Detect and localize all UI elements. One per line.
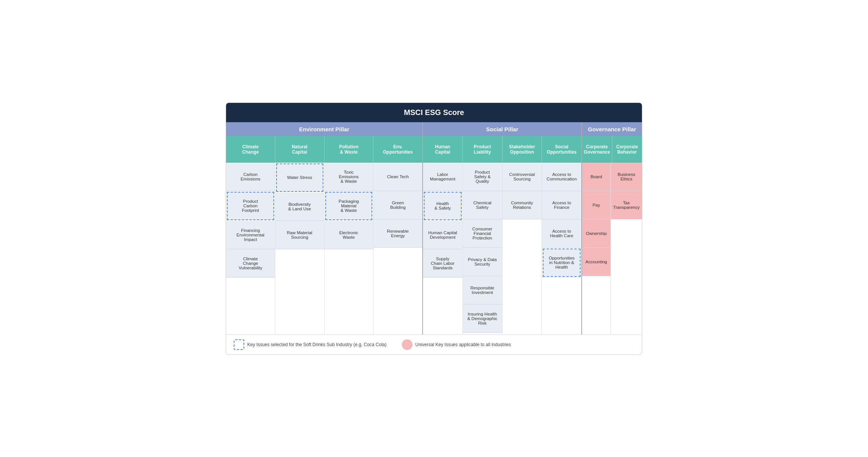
main-content: Environment Pillar ClimateChange Natural… (226, 122, 642, 334)
empty-3 (373, 248, 422, 276)
col-product-liability: ProductSafety &Quality ChemicalSafety Co… (463, 163, 503, 334)
gov-issues: Board Pay Ownership Accounting BusinessE… (582, 163, 642, 334)
empty-gov-3 (611, 219, 642, 248)
empty-gov-4 (611, 248, 642, 276)
issue-carbon-emissions: CarbonEmissions (226, 163, 275, 191)
empty-soc-6 (503, 305, 542, 333)
empty-gov-1 (582, 276, 610, 305)
sub-pillar-natural-capital: NaturalCapital (275, 136, 325, 163)
sub-pillar-corporate-governance: CorporateGovernance (582, 136, 612, 163)
issue-packaging-material-waste: PackagingMaterial& Waste (325, 192, 373, 220)
env-pillar-header: Environment Pillar (226, 122, 422, 136)
col-corporate-governance: Board Pay Ownership Accounting (582, 163, 611, 334)
issue-clean-tech: Clean Tech (373, 163, 422, 191)
issue-insuring-health-risk: Insuring Health& DemographicRisk (463, 305, 502, 333)
issue-business-ethics: BusinessEthics (611, 163, 642, 191)
issue-chemical-safety: ChemicalSafety (463, 191, 502, 219)
empty-gov-2 (582, 305, 610, 333)
empty-soc-8 (542, 306, 581, 334)
env-sub-pillars: ClimateChange NaturalCapital Pollution& … (226, 136, 422, 163)
issue-privacy-data-security: Privacy & DataSecurity (463, 248, 502, 276)
issue-accounting: Accounting (582, 248, 610, 276)
issue-green-building: GreenBuilding (373, 191, 422, 219)
legend-dashed: Key Issues selected for the Soft Drinks … (234, 339, 387, 350)
issue-supply-chain-labor: SupplyChain LaborStandards (423, 249, 462, 278)
issue-climate-change-vulnerability: ClimateChangeVulnerability (226, 249, 275, 278)
issue-water-stress: Water Stress (276, 163, 323, 192)
col-corporate-behavior: BusinessEthics TaxTransparency (611, 163, 642, 334)
governance-pillar: Governance Pillar CorporateGovernance Co… (582, 122, 642, 334)
col-pollution-waste: ToxicEmissions& Waste PackagingMaterial&… (325, 163, 374, 334)
env-issues: CarbonEmissions ProductCarbonFootprint F… (226, 163, 422, 334)
legend-pink: Universal Key Issues applicable to all i… (402, 339, 511, 350)
issue-opportunities-nutrition-health: Opportunitiesin Nutrition &Health (543, 249, 581, 277)
issue-access-to-communication: Access toCommunication (542, 163, 581, 191)
issue-toxic-emissions-waste: ToxicEmissions& Waste (325, 163, 373, 191)
issue-product-safety-quality: ProductSafety &Quality (463, 163, 502, 191)
legend-dashed-label: Key Issues selected for the Soft Drinks … (247, 342, 387, 347)
col-natural-capital: Water Stress Biodiversity& Land Use Raw … (275, 163, 325, 334)
gov-sub-pillars: CorporateGovernance CorporateBehavior (582, 136, 642, 163)
issue-pay: Pay (582, 191, 610, 219)
issue-human-capital-dev: Human CapitalDevelopment (423, 221, 462, 249)
issue-financing-env-impact: FinancingEnvironmentalImpact (226, 221, 275, 249)
empty-soc-3 (503, 219, 542, 248)
sub-pillar-product-liability: ProductLiability (463, 136, 503, 163)
sub-pillar-env-opportunities: Env.Opportunities (373, 136, 422, 163)
empty-2 (325, 249, 373, 278)
social-pillar-header: Social Pillar (423, 122, 581, 136)
col-stakeholder-opposition: ControversialSourcing CommunityRelations (503, 163, 542, 334)
issue-access-to-finance: Access toFinance (542, 191, 581, 219)
col-human-capital: LaborManagement Health& Safety Human Cap… (423, 163, 463, 334)
col-climate-change: CarbonEmissions ProductCarbonFootprint F… (226, 163, 275, 334)
social-issues: LaborManagement Health& Safety Human Cap… (423, 163, 581, 334)
sub-pillar-human-capital: HumanCapital (423, 136, 463, 163)
chart-title: MSCI ESG Score (226, 103, 642, 122)
issue-health-safety: Health& Safety (424, 192, 462, 220)
empty-soc-1 (423, 278, 462, 306)
issue-responsible-investment: ResponsibleInvestment (463, 276, 502, 305)
col-env-opportunities: Clean Tech GreenBuilding RenewableEnergy (373, 163, 422, 334)
issue-access-to-healthcare: Access toHealth Care (542, 219, 581, 248)
issue-controversial-sourcing: ControversialSourcing (503, 163, 542, 191)
social-pillar: Social Pillar HumanCapital ProductLiabil… (423, 122, 582, 334)
issue-electronic-waste: ElectronicWaste (325, 221, 373, 249)
legend-pink-label: Universal Key Issues applicable to all i… (415, 342, 511, 347)
environment-pillar: Environment Pillar ClimateChange Natural… (226, 122, 423, 334)
issue-ownership: Ownership (582, 219, 610, 248)
sub-pillar-social-opportunities: SocialOpportunities (542, 136, 581, 163)
chart-container: MSCI ESG Score Environment Pillar Climat… (226, 103, 642, 355)
empty-soc-4 (503, 248, 542, 276)
sub-pillar-climate-change: ClimateChange (226, 136, 275, 163)
empty-gov-5 (611, 276, 642, 305)
empty-1 (275, 249, 324, 278)
issue-community-relations: CommunityRelations (503, 191, 542, 219)
empty-gov-6 (611, 305, 642, 333)
legend-dashed-icon (234, 339, 244, 350)
sub-pillar-corporate-behavior: CorporateBehavior (612, 136, 642, 163)
legend: Key Issues selected for the Soft Drinks … (226, 334, 642, 354)
issue-renewable-energy: RenewableEnergy (373, 219, 422, 248)
issue-tax-transparency: TaxTransparency (611, 191, 642, 219)
issue-raw-material-sourcing: Raw MaterialSourcing (275, 221, 324, 249)
issue-biodiversity-land-use: Biodiversity& Land Use (275, 193, 324, 221)
issue-product-carbon-footprint: ProductCarbonFootprint (227, 192, 274, 220)
empty-soc-5 (503, 276, 542, 305)
issue-consumer-financial-protection: ConsumerFinancialProtection (463, 219, 502, 248)
issue-board: Board (582, 163, 610, 191)
social-sub-pillars: HumanCapital ProductLiability Stakeholde… (423, 136, 581, 163)
sub-pillar-stakeholder-opposition: StakeholderOpposition (503, 136, 542, 163)
empty-soc-7 (542, 278, 581, 306)
gov-pillar-header: Governance Pillar (582, 122, 642, 136)
col-social-opportunities: Access toCommunication Access toFinance … (542, 163, 581, 334)
sub-pillar-pollution-waste: Pollution& Waste (325, 136, 374, 163)
legend-pink-icon (402, 339, 412, 350)
empty-soc-2 (423, 306, 462, 334)
issue-labor-management: LaborManagement (423, 163, 462, 191)
